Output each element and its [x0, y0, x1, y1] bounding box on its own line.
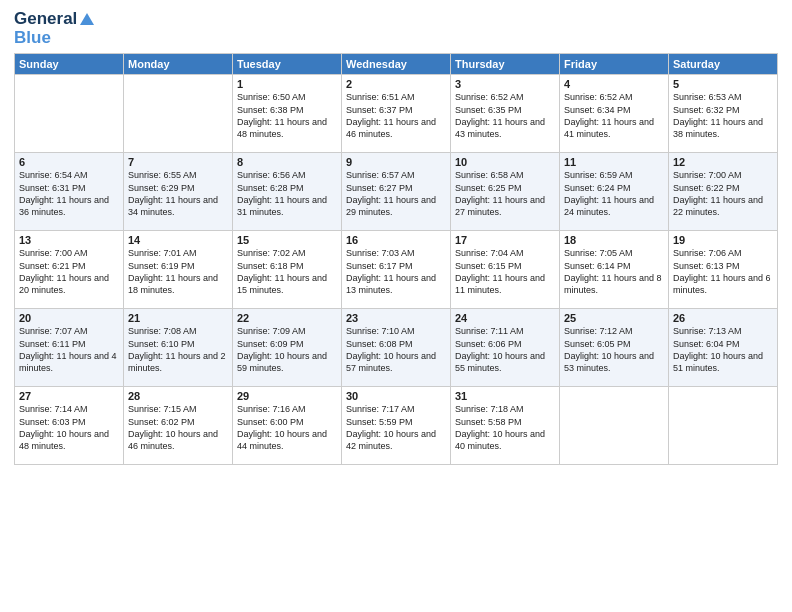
day-number: 5 [673, 78, 773, 90]
calendar-cell: 5Sunrise: 6:53 AM Sunset: 6:32 PM Daylig… [669, 75, 778, 153]
calendar-cell [15, 75, 124, 153]
day-number: 3 [455, 78, 555, 90]
calendar-cell: 17Sunrise: 7:04 AM Sunset: 6:15 PM Dayli… [451, 231, 560, 309]
calendar-cell: 15Sunrise: 7:02 AM Sunset: 6:18 PM Dayli… [233, 231, 342, 309]
day-info: Sunrise: 7:18 AM Sunset: 5:58 PM Dayligh… [455, 403, 555, 452]
calendar-week-row: 27Sunrise: 7:14 AM Sunset: 6:03 PM Dayli… [15, 387, 778, 465]
calendar-cell: 20Sunrise: 7:07 AM Sunset: 6:11 PM Dayli… [15, 309, 124, 387]
calendar-cell: 12Sunrise: 7:00 AM Sunset: 6:22 PM Dayli… [669, 153, 778, 231]
calendar-cell: 6Sunrise: 6:54 AM Sunset: 6:31 PM Daylig… [15, 153, 124, 231]
calendar-table: SundayMondayTuesdayWednesdayThursdayFrid… [14, 53, 778, 465]
calendar-cell: 14Sunrise: 7:01 AM Sunset: 6:19 PM Dayli… [124, 231, 233, 309]
day-number: 23 [346, 312, 446, 324]
weekday-header: Thursday [451, 54, 560, 75]
calendar-week-row: 6Sunrise: 6:54 AM Sunset: 6:31 PM Daylig… [15, 153, 778, 231]
day-info: Sunrise: 7:16 AM Sunset: 6:00 PM Dayligh… [237, 403, 337, 452]
calendar-cell [560, 387, 669, 465]
day-info: Sunrise: 7:06 AM Sunset: 6:13 PM Dayligh… [673, 247, 773, 296]
svg-marker-0 [80, 13, 94, 25]
weekday-header: Saturday [669, 54, 778, 75]
day-info: Sunrise: 6:58 AM Sunset: 6:25 PM Dayligh… [455, 169, 555, 218]
day-info: Sunrise: 6:56 AM Sunset: 6:28 PM Dayligh… [237, 169, 337, 218]
day-info: Sunrise: 6:57 AM Sunset: 6:27 PM Dayligh… [346, 169, 446, 218]
calendar-cell: 9Sunrise: 6:57 AM Sunset: 6:27 PM Daylig… [342, 153, 451, 231]
day-info: Sunrise: 7:07 AM Sunset: 6:11 PM Dayligh… [19, 325, 119, 374]
day-info: Sunrise: 7:17 AM Sunset: 5:59 PM Dayligh… [346, 403, 446, 452]
day-info: Sunrise: 7:00 AM Sunset: 6:21 PM Dayligh… [19, 247, 119, 296]
calendar-cell: 30Sunrise: 7:17 AM Sunset: 5:59 PM Dayli… [342, 387, 451, 465]
day-number: 29 [237, 390, 337, 402]
day-info: Sunrise: 6:53 AM Sunset: 6:32 PM Dayligh… [673, 91, 773, 140]
day-info: Sunrise: 7:00 AM Sunset: 6:22 PM Dayligh… [673, 169, 773, 218]
day-number: 16 [346, 234, 446, 246]
day-number: 15 [237, 234, 337, 246]
day-number: 18 [564, 234, 664, 246]
calendar-cell: 23Sunrise: 7:10 AM Sunset: 6:08 PM Dayli… [342, 309, 451, 387]
day-info: Sunrise: 6:50 AM Sunset: 6:38 PM Dayligh… [237, 91, 337, 140]
day-number: 10 [455, 156, 555, 168]
calendar-cell: 19Sunrise: 7:06 AM Sunset: 6:13 PM Dayli… [669, 231, 778, 309]
day-number: 21 [128, 312, 228, 324]
day-number: 2 [346, 78, 446, 90]
calendar-cell: 31Sunrise: 7:18 AM Sunset: 5:58 PM Dayli… [451, 387, 560, 465]
day-number: 20 [19, 312, 119, 324]
calendar-cell: 4Sunrise: 6:52 AM Sunset: 6:34 PM Daylig… [560, 75, 669, 153]
day-info: Sunrise: 6:59 AM Sunset: 6:24 PM Dayligh… [564, 169, 664, 218]
day-number: 30 [346, 390, 446, 402]
weekday-header: Monday [124, 54, 233, 75]
calendar-cell: 13Sunrise: 7:00 AM Sunset: 6:21 PM Dayli… [15, 231, 124, 309]
day-number: 7 [128, 156, 228, 168]
day-number: 13 [19, 234, 119, 246]
day-info: Sunrise: 7:14 AM Sunset: 6:03 PM Dayligh… [19, 403, 119, 452]
day-number: 4 [564, 78, 664, 90]
day-number: 19 [673, 234, 773, 246]
day-info: Sunrise: 6:55 AM Sunset: 6:29 PM Dayligh… [128, 169, 228, 218]
day-info: Sunrise: 7:02 AM Sunset: 6:18 PM Dayligh… [237, 247, 337, 296]
day-number: 1 [237, 78, 337, 90]
day-number: 28 [128, 390, 228, 402]
day-number: 26 [673, 312, 773, 324]
day-info: Sunrise: 6:51 AM Sunset: 6:37 PM Dayligh… [346, 91, 446, 140]
logo-icon [78, 11, 96, 29]
day-number: 6 [19, 156, 119, 168]
calendar-cell: 10Sunrise: 6:58 AM Sunset: 6:25 PM Dayli… [451, 153, 560, 231]
day-info: Sunrise: 6:52 AM Sunset: 6:34 PM Dayligh… [564, 91, 664, 140]
calendar-cell: 29Sunrise: 7:16 AM Sunset: 6:00 PM Dayli… [233, 387, 342, 465]
calendar-cell: 11Sunrise: 6:59 AM Sunset: 6:24 PM Dayli… [560, 153, 669, 231]
day-number: 25 [564, 312, 664, 324]
calendar-cell: 8Sunrise: 6:56 AM Sunset: 6:28 PM Daylig… [233, 153, 342, 231]
calendar-week-row: 13Sunrise: 7:00 AM Sunset: 6:21 PM Dayli… [15, 231, 778, 309]
day-info: Sunrise: 7:03 AM Sunset: 6:17 PM Dayligh… [346, 247, 446, 296]
calendar-week-row: 1Sunrise: 6:50 AM Sunset: 6:38 PM Daylig… [15, 75, 778, 153]
day-info: Sunrise: 7:01 AM Sunset: 6:19 PM Dayligh… [128, 247, 228, 296]
day-number: 22 [237, 312, 337, 324]
calendar-cell: 25Sunrise: 7:12 AM Sunset: 6:05 PM Dayli… [560, 309, 669, 387]
logo-blue: Blue [14, 29, 96, 48]
day-number: 27 [19, 390, 119, 402]
logo: General Blue [14, 10, 96, 47]
calendar-cell: 27Sunrise: 7:14 AM Sunset: 6:03 PM Dayli… [15, 387, 124, 465]
calendar-cell: 16Sunrise: 7:03 AM Sunset: 6:17 PM Dayli… [342, 231, 451, 309]
day-info: Sunrise: 7:12 AM Sunset: 6:05 PM Dayligh… [564, 325, 664, 374]
page-header: General Blue [14, 10, 778, 47]
calendar-cell [124, 75, 233, 153]
day-number: 17 [455, 234, 555, 246]
logo-text: General [14, 10, 96, 29]
day-number: 9 [346, 156, 446, 168]
day-number: 14 [128, 234, 228, 246]
calendar-cell: 26Sunrise: 7:13 AM Sunset: 6:04 PM Dayli… [669, 309, 778, 387]
day-info: Sunrise: 7:09 AM Sunset: 6:09 PM Dayligh… [237, 325, 337, 374]
day-info: Sunrise: 7:05 AM Sunset: 6:14 PM Dayligh… [564, 247, 664, 296]
day-info: Sunrise: 6:52 AM Sunset: 6:35 PM Dayligh… [455, 91, 555, 140]
day-info: Sunrise: 6:54 AM Sunset: 6:31 PM Dayligh… [19, 169, 119, 218]
calendar-header-row: SundayMondayTuesdayWednesdayThursdayFrid… [15, 54, 778, 75]
day-info: Sunrise: 7:13 AM Sunset: 6:04 PM Dayligh… [673, 325, 773, 374]
day-info: Sunrise: 7:11 AM Sunset: 6:06 PM Dayligh… [455, 325, 555, 374]
day-info: Sunrise: 7:15 AM Sunset: 6:02 PM Dayligh… [128, 403, 228, 452]
calendar-week-row: 20Sunrise: 7:07 AM Sunset: 6:11 PM Dayli… [15, 309, 778, 387]
weekday-header: Wednesday [342, 54, 451, 75]
calendar-cell: 22Sunrise: 7:09 AM Sunset: 6:09 PM Dayli… [233, 309, 342, 387]
calendar-cell: 28Sunrise: 7:15 AM Sunset: 6:02 PM Dayli… [124, 387, 233, 465]
calendar-cell: 7Sunrise: 6:55 AM Sunset: 6:29 PM Daylig… [124, 153, 233, 231]
day-info: Sunrise: 7:08 AM Sunset: 6:10 PM Dayligh… [128, 325, 228, 374]
